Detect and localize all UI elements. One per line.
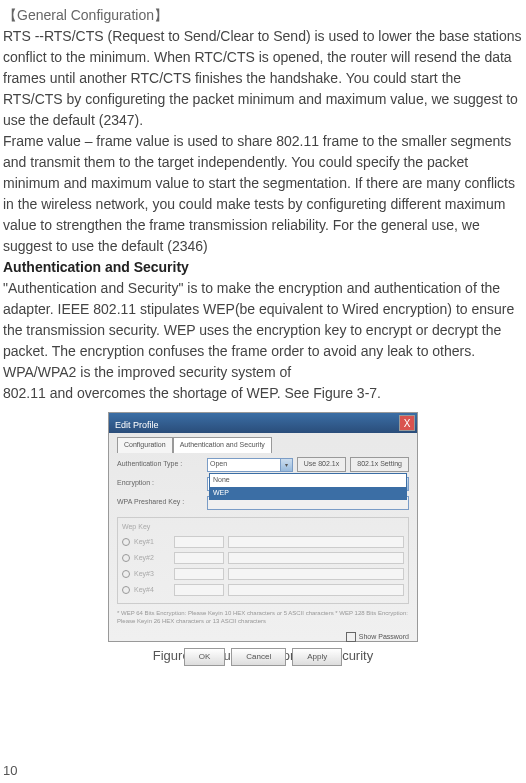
key3-type-select[interactable] [174,568,224,580]
key2-label: Key#2 [134,553,174,564]
encryption-dropdown-list[interactable]: None WEP [209,473,407,500]
show-password-checkbox[interactable] [346,632,356,642]
key2-row: Key#2 [122,551,404,565]
key1-radio[interactable] [122,538,130,546]
tab-auth-security[interactable]: Authentication and Security [173,437,272,453]
frame-paragraph: Frame value – frame value is used to sha… [3,131,523,257]
key3-radio[interactable] [122,570,130,578]
key4-row: Key#4 [122,583,404,597]
auth-type-value: Open [210,460,227,467]
key3-row: Key#3 [122,567,404,581]
auth-type-row: Authentication Type : Open ▾ Use 802.1x … [117,457,409,473]
8021x-setting-button[interactable]: 802.1x Setting [350,457,409,472]
key1-row: Key#1 [122,535,404,549]
auth-desc2-paragraph: 802.11 and overcomes the shortage of WEP… [3,383,523,404]
show-password-row: Show Password [117,632,409,643]
dialog-titlebar: Edit Profile X [109,413,417,433]
auth-security-heading: Authentication and Security [3,257,523,278]
key4-type-select[interactable] [174,584,224,596]
key4-label: Key#4 [134,585,174,596]
use-8021x-checkbox[interactable]: Use 802.1x [297,457,346,472]
encryption-label: Encryption : [117,478,207,489]
dialog-screenshot: Edit Profile X Configuration Authenticat… [108,412,418,642]
auth-type-select[interactable]: Open ▾ [207,458,293,472]
wep-note: * WEP 64 Bits Encryption: Please Keyin 1… [117,610,409,626]
dialog-title: Edit Profile [109,416,165,436]
wep-key-label: Wep Key [122,522,404,533]
dialog-body: Configuration Authentication and Securit… [109,433,417,670]
key2-type-select[interactable] [174,552,224,564]
key3-input[interactable] [228,568,404,580]
page-number: 10 [3,761,17,781]
key2-input[interactable] [228,552,404,564]
key4-radio[interactable] [122,586,130,594]
apply-button[interactable]: Apply [292,648,342,666]
key4-input[interactable] [228,584,404,596]
close-icon[interactable]: X [399,415,415,431]
show-password-label: Show Password [359,632,409,643]
dropdown-option-wep[interactable]: WEP [210,487,406,500]
wpa-key-label: WPA Preshared Key : [117,497,207,508]
tab-configuration[interactable]: Configuration [117,437,173,453]
key3-label: Key#3 [134,569,174,580]
tab-bar: Configuration Authentication and Securit… [117,437,409,453]
general-config-heading: 【General Configuration】 [3,5,523,26]
chevron-down-icon: ▾ [280,459,292,471]
cancel-button[interactable]: Cancel [231,648,286,666]
dialog-button-row: OK Cancel Apply [117,648,409,666]
wep-key-section: Wep Key Key#1 Key#2 Key#3 Key [117,517,409,605]
key2-radio[interactable] [122,554,130,562]
rts-paragraph: RTS --RTS/CTS (Request to Send/Clear to … [3,26,523,131]
key1-input[interactable] [228,536,404,548]
dropdown-option-none[interactable]: None [210,474,406,487]
key1-label: Key#1 [134,537,174,548]
ok-button[interactable]: OK [184,648,226,666]
auth-type-label: Authentication Type : [117,459,207,470]
key1-type-select[interactable] [174,536,224,548]
auth-desc-paragraph: "Authentication and Security" is to make… [3,278,523,383]
